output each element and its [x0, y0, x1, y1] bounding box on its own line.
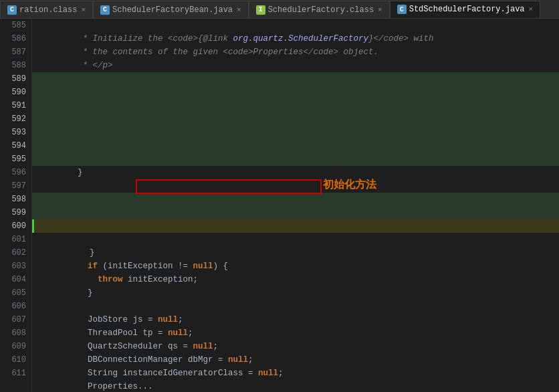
code-line-598: if (cfg == null) {: [32, 193, 559, 206]
current-line-indicator: [32, 219, 34, 233]
line-num-588: 588: [3, 59, 26, 72]
code-line-606: JobStore js = null;: [32, 300, 559, 313]
line-num-611: 611: [3, 367, 26, 380]
code-content[interactable]: * Initialize the <code>{@link org.quartz…: [32, 19, 559, 392]
code-line-608: QuartzScheduler qs = null;: [32, 326, 559, 340]
tab-label-2: SchedulerFactoryBean.java: [112, 5, 233, 15]
code-611: Properties...: [68, 382, 153, 391]
code-line-587: * </p>: [32, 45, 559, 59]
line-num-591: 591: [3, 99, 26, 112]
line-num-597: 597: [3, 179, 26, 193]
code-line-586: * the contents of the given <code>Proper…: [32, 32, 559, 45]
code-line-601: [32, 233, 559, 246]
line-num-585: 585: [3, 19, 26, 32]
code-line-594: this.cfg = new PropertiesParser(props);: [32, 139, 559, 153]
code-line-609: DBConnectionManager dbMgr = null;: [32, 340, 559, 353]
code-line-611: Properties...: [32, 367, 559, 380]
code-line-603: throw initException;: [32, 260, 559, 273]
line-num-603: 603: [3, 260, 26, 273]
line-num-594: 594: [3, 139, 26, 153]
tab-close-2[interactable]: ×: [237, 6, 241, 14]
tab-bar: C ration.class × C SchedulerFactoryBean.…: [0, 0, 559, 19]
line-num-604: 604: [3, 273, 26, 286]
line-num-593: 593: [3, 126, 26, 139]
line-num-609: 609: [3, 340, 26, 353]
code-line-605: [32, 286, 559, 300]
tab-icon-2: C: [100, 5, 110, 15]
line-num-602: 602: [3, 246, 26, 260]
tab-icon-3: I: [256, 5, 265, 15]
line-num-587: 587: [3, 45, 26, 59]
code-line-607: ThreadPool tp = null;: [32, 313, 559, 326]
line-num-610: 610: [3, 353, 26, 367]
code-line-610: String instanceIdGeneratorClass = null;: [32, 353, 559, 367]
line-num-590: 590: [3, 86, 26, 99]
code-line-597: private Scheduler instantiate() throws S…: [32, 179, 559, 193]
line-numbers: 585 586 587 588 589 590 591 592 593 594 …: [0, 19, 32, 392]
line-num-596: 596: [3, 166, 26, 179]
code-line-604: }: [32, 273, 559, 286]
code-line-592: }: [32, 112, 559, 126]
line-num-600: 600: [3, 219, 26, 233]
code-line-595: }: [32, 153, 559, 166]
tab-close-3[interactable]: ×: [378, 6, 382, 14]
tab-label-3: SchedulerFactory.class: [268, 5, 374, 15]
tab-schedulerfactory-class[interactable]: I SchedulerFactory.class ×: [249, 1, 390, 18]
tab-schedulerfactorybean[interactable]: C SchedulerFactoryBean.java ×: [93, 1, 249, 18]
code-line-585: * Initialize the <code>{@link org.quartz…: [32, 19, 559, 32]
code-line-590: if (propSrc == null) {: [32, 86, 559, 99]
line-num-599: 599: [3, 206, 26, 219]
line-num-586: 586: [3, 32, 26, 45]
code-line-591: propSrc = "an externally provided proper…: [32, 99, 559, 112]
code-area: 585 586 587 588 589 590 591 592 593 594 …: [0, 19, 559, 392]
code-line-599: initialize();: [32, 206, 559, 219]
line-num-607: 607: [3, 313, 26, 326]
tab-stdschedulerfactory[interactable]: C StdSchedulerFactory.java ×: [390, 1, 540, 18]
code-line-588: */: [32, 59, 559, 72]
code-line-600: }: [32, 219, 559, 233]
tab-label-4: StdSchedulerFactory.java: [409, 5, 525, 14]
code-line-593: [32, 126, 559, 139]
tab-label-1: ration.class: [19, 5, 77, 15]
line-num-606: 606: [3, 300, 26, 313]
line-num-589: 589: [3, 72, 26, 86]
tab-icon-1: C: [7, 5, 17, 15]
line-num-598: 598: [3, 193, 26, 206]
code-line-596: [32, 166, 559, 179]
code-line-602: if (initException != null) {: [32, 246, 559, 260]
line-num-592: 592: [3, 112, 26, 126]
tab-icon-4: C: [397, 5, 407, 14]
code-line-589: public void initialize(Properties props)…: [32, 72, 559, 86]
line-num-601: 601: [3, 233, 26, 246]
line-num-605: 605: [3, 286, 26, 300]
line-num-595: 595: [3, 153, 26, 166]
tab-close-4[interactable]: ×: [529, 5, 534, 13]
tab-close-1[interactable]: ×: [81, 6, 86, 14]
tab-ration-class[interactable]: C ration.class ×: [0, 1, 93, 18]
line-num-608: 608: [3, 326, 26, 340]
